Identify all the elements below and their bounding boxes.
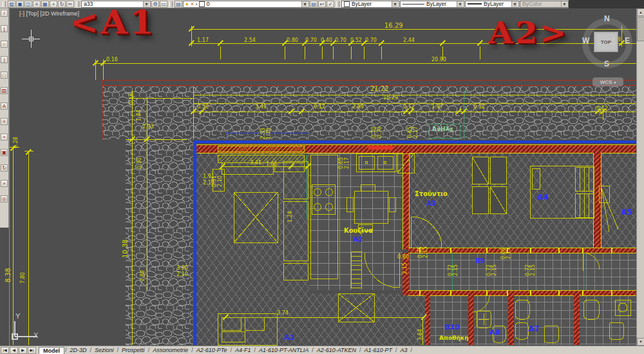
tab-separator: / (148, 347, 150, 353)
tab-a2-610-pte[interactable]: A2-610-PTe (194, 347, 230, 353)
annotation-a1: <A1 (70, 6, 156, 39)
layer-properties-icon[interactable]: ▤ (175, 1, 182, 8)
ucs-x-label: X (33, 331, 38, 339)
color-control-value: ByLayer (352, 1, 372, 7)
toolbar-grip[interactable] (336, 1, 339, 7)
plotstyle-control-combo: ByColor ▼ (520, 1, 569, 8)
viewcube-west[interactable]: W (582, 36, 589, 45)
offset-icon[interactable]: ≡ (33, 1, 41, 8)
array-icon[interactable]: ▦ (41, 1, 49, 8)
rectangle-icon[interactable]: □ (1, 72, 8, 79)
rotate-icon[interactable]: ↻ (58, 1, 66, 8)
chevron-down-icon: ▼ (561, 1, 567, 7)
wcs-label: WCS (600, 79, 612, 85)
plotstyle-control-value: ByColor (522, 1, 542, 7)
layout-tab-bar: |◀ ◀ ▶ ▶| Model/2D-3D/Sezioni/Prospetti/… (0, 346, 644, 354)
wcs-menu[interactable]: WCS ▾ (592, 77, 623, 86)
tab-separator: / (312, 347, 314, 353)
tab-prospetti[interactable]: Prospetti (119, 347, 147, 353)
chevron-down-icon[interactable]: ▼ (392, 1, 398, 7)
lineweight-sample (468, 3, 482, 5)
tab-separator: / (411, 347, 413, 353)
tab-separator: / (191, 347, 193, 353)
arc-icon[interactable]: ) (1, 56, 8, 63)
chevron-down-icon[interactable]: ▼ (457, 1, 463, 7)
current-color-swatch (344, 1, 350, 7)
lineweight-control-value: ByLayer (484, 1, 504, 7)
draw-toolbar-strip: /(○)□▨A≡+▣↻×◎ (0, 8, 9, 228)
tab-a1-610-pt[interactable]: A1-610-PT (362, 347, 395, 353)
text-icon[interactable]: A (1, 103, 8, 110)
tab-separator: / (395, 347, 397, 353)
rotate-tool-icon[interactable]: ↻ (1, 164, 8, 172)
move-icon[interactable]: + (50, 1, 57, 8)
viewport-icon[interactable]: ▭ (160, 1, 167, 8)
chevron-down-icon[interactable]: ▼ (301, 1, 308, 7)
viewcube[interactable]: N W E S TOP (578, 14, 636, 72)
copy-tool-icon[interactable]: ▣ (1, 149, 8, 156)
layout-tabs: Model/2D-3D/Sezioni/Prospetti/Assonometr… (39, 347, 413, 354)
line-icon[interactable]: / (1, 10, 8, 17)
layer-color-swatch (199, 1, 205, 7)
autocad-window: ▨▣◫≡▦+↻✂ a33 ▼ ⚙▭ ▤ ● ☀ ▪ 0 ▼ ▤↩✓ ByLaye… (0, 0, 644, 354)
chevron-down-icon: ▾ (614, 80, 616, 84)
erase-icon[interactable]: ▨ (8, 1, 15, 8)
layer-freeze-sun-icon[interactable]: ☀ (190, 1, 194, 7)
zoom-tool-icon[interactable]: ◎ (1, 195, 8, 202)
viewcube-north[interactable]: N (604, 14, 610, 23)
copy-icon[interactable]: ▣ (16, 1, 24, 8)
layer-combo[interactable]: ● ☀ ▪ 0 ▼ (183, 1, 309, 8)
move-tool-icon[interactable]: + (1, 133, 8, 141)
layer-states-icon[interactable]: ▤ (310, 1, 317, 8)
tab-a2-610-atken[interactable]: A2-610-ATKEN (314, 347, 359, 353)
viewcube-top-face[interactable]: TOP (594, 32, 618, 52)
modify-toolbar-group: ▨▣◫≡▦+↻✂ (8, 1, 74, 8)
scrollbar-thumb[interactable] (637, 17, 644, 41)
tab-nav-next[interactable]: ▶ (19, 347, 27, 354)
viewcube-east[interactable]: E (625, 36, 630, 45)
layer-lock-icon[interactable]: ▪ (196, 1, 198, 7)
hatch-icon[interactable]: ▨ (1, 87, 8, 94)
color-control-combo[interactable]: ByLayer ▼ (341, 1, 399, 8)
lineweight-control-combo[interactable]: ByLayer ▼ (465, 1, 519, 8)
tab-separator: / (90, 347, 92, 353)
viewcube-south[interactable]: S (604, 59, 609, 68)
layer-on-bulb-icon[interactable]: ● (185, 1, 189, 7)
layer-previous-icon[interactable]: ↩ (318, 1, 326, 8)
tab-assonometrie[interactable]: Assonometrie (150, 347, 191, 353)
tab-nav-last[interactable]: ▶| (28, 347, 36, 354)
mirror-icon[interactable]: ◫ (24, 1, 32, 8)
erase-tool-icon[interactable]: × (1, 180, 8, 187)
make-layer-current-icon[interactable]: ✓ (327, 1, 334, 8)
tab-separator: / (65, 347, 67, 353)
linetype-control-combo[interactable]: ByLayer ▼ (400, 1, 464, 8)
vertical-scrollbar[interactable]: ▲ ▼ (636, 8, 644, 346)
layer-name-value: 0 (207, 1, 210, 7)
tab-nav-prev[interactable]: ◀ (10, 347, 18, 354)
tab-separator: / (359, 347, 361, 353)
linetype-control-value: ByLayer (426, 1, 446, 7)
tab-a3[interactable]: A3 (398, 347, 410, 353)
chevron-down-icon[interactable]: ▼ (511, 1, 518, 7)
tab-separator: / (254, 347, 256, 353)
tab-separator: / (117, 347, 119, 353)
tab-2d-3d[interactable]: 2D-3D (68, 347, 90, 353)
toolbar-grip[interactable] (3, 1, 6, 7)
tab-a1-610-pt-antlia[interactable]: A1-610-PT-ANTLIA (256, 347, 311, 353)
toolbar-grip[interactable] (169, 1, 173, 7)
scroll-up-icon[interactable]: ▲ (637, 8, 644, 16)
toolbar-void (569, 0, 644, 8)
drawing-canvas[interactable] (10, 8, 636, 346)
tab-sezioni[interactable]: Sezioni (92, 347, 117, 353)
ucs-y-label: Y (15, 312, 20, 320)
scroll-down-icon[interactable]: ▼ (637, 338, 644, 346)
tab-nav-first[interactable]: |◀ (1, 347, 9, 354)
dimension-icon[interactable]: ≡ (1, 118, 8, 125)
annotation-a2: A2> (488, 18, 568, 48)
circle-icon[interactable]: ○ (1, 41, 8, 48)
layer-tools-group: ▤↩✓ (310, 1, 334, 8)
tab-separator: / (230, 347, 232, 353)
polyline-icon[interactable]: ( (1, 25, 8, 32)
tab-a4-f1[interactable]: A4-F1 (232, 347, 254, 353)
tab-model[interactable]: Model (39, 347, 64, 354)
